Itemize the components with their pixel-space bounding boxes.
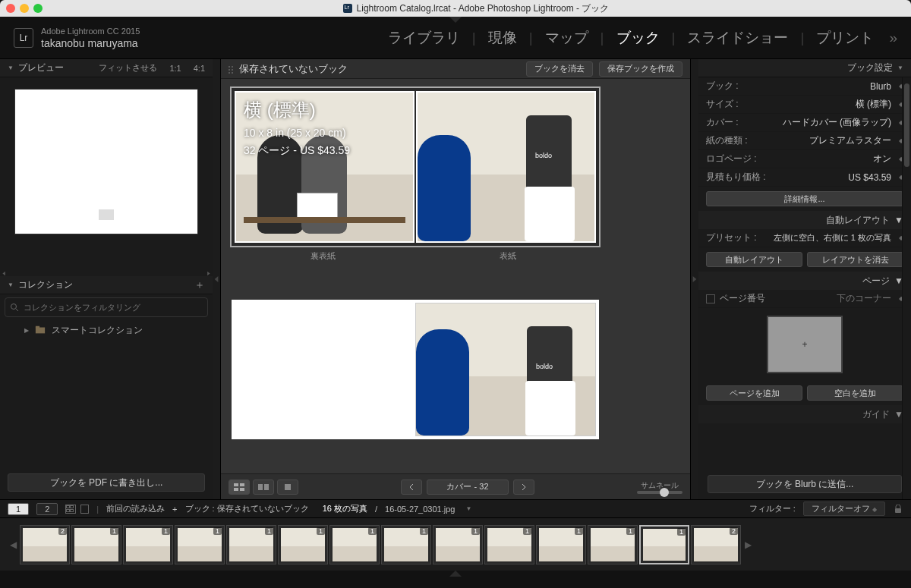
filmstrip-thumb[interactable]: 2 — [691, 525, 741, 564]
auto-layout-preset-dropdown[interactable]: プリセット :左側に空白、右側に 1 枚の写真◆ — [698, 229, 911, 247]
breadcrumb-book[interactable]: ブック : 保存されていないブック — [185, 503, 309, 514]
svg-rect-12 — [234, 488, 238, 491]
module-overflow-icon[interactable]: » — [889, 30, 897, 46]
module-library[interactable]: ライブラリ — [388, 28, 460, 48]
ratio-4-1[interactable]: 4:1 — [194, 64, 205, 73]
filmstrip-prev[interactable]: ◀ — [8, 526, 18, 564]
overlay-price: 32 ページ - US $43.59 — [244, 142, 350, 159]
triangle-down-icon[interactable]: ▼ — [8, 281, 14, 288]
clear-layout-button[interactable]: レイアウトを消去 — [807, 252, 903, 267]
book-service-dropdown[interactable]: ブック :Blurb◆ — [698, 77, 911, 96]
clear-book-button[interactable]: ブックを消去 — [526, 61, 593, 77]
module-slideshow[interactable]: スライドショー — [687, 28, 788, 48]
module-book[interactable]: ブック — [616, 28, 660, 48]
grip-icon — [229, 65, 233, 73]
svg-point-6 — [229, 69, 230, 71]
add-blank-button[interactable]: 空白を追加 — [807, 385, 903, 401]
grid-4-icon[interactable] — [65, 505, 76, 514]
filmstrip-thumb[interactable]: 1 — [484, 525, 534, 564]
filmstrip-thumb[interactable]: 1 — [329, 525, 380, 564]
close-window-button[interactable] — [6, 4, 15, 13]
preview-page-thumbnail — [15, 90, 197, 234]
overlay-title: 横 (標準) — [244, 96, 350, 124]
breadcrumb-previous-import[interactable]: 前回の読み込み — [106, 503, 165, 514]
module-develop[interactable]: 現像 — [488, 28, 517, 48]
pager-next-button[interactable] — [513, 480, 534, 495]
add-collection-button[interactable]: ＋ — [194, 278, 205, 292]
front-cover-card[interactable] — [416, 91, 596, 243]
left-panel-grip[interactable] — [213, 59, 220, 499]
minimize-window-button[interactable] — [20, 4, 29, 13]
pager-prev-button[interactable] — [401, 480, 422, 495]
fit-option[interactable]: フィットさせる — [99, 62, 157, 74]
grid-mode-icons[interactable] — [65, 505, 89, 514]
book-paper-dropdown[interactable]: 紙の種類 :プレミアムラスター◆ — [698, 132, 911, 150]
page-template-dropzone[interactable]: + — [767, 316, 843, 373]
collection-search-input[interactable] — [24, 303, 203, 312]
top-panel-grip-icon[interactable] — [449, 17, 462, 23]
page-number-row[interactable]: ページ番号 下のコーナー◆ — [698, 290, 911, 308]
svg-rect-16 — [285, 484, 291, 490]
send-to-blurb-button[interactable]: ブックを Blurb に送信... — [708, 475, 902, 493]
triangle-down-icon[interactable]: ▼ — [897, 64, 903, 71]
right-panel-grip[interactable] — [691, 59, 698, 499]
add-page-button[interactable]: ページを追加 — [706, 385, 802, 401]
preview-area[interactable] — [0, 77, 213, 270]
do-auto-layout-button[interactable]: 自動レイアウト — [706, 252, 802, 267]
page-blank[interactable] — [235, 303, 414, 436]
secondary-window-1[interactable]: 1 — [8, 503, 29, 515]
filmstrip-thumb[interactable]: 1 — [123, 525, 173, 564]
filmstrip[interactable]: ◀ 21111111111112 ▶ — [0, 517, 911, 571]
auto-layout-title: 自動レイアウト — [826, 214, 890, 227]
filmstrip-thumb[interactable]: 1 — [278, 525, 328, 564]
smart-collection-item[interactable]: ▶ スマートコレクション — [0, 320, 213, 340]
right-panel-scrollbar[interactable] — [902, 77, 911, 499]
book-logo-dropdown[interactable]: ロゴページ :オン◆ — [698, 150, 911, 168]
ratio-1-1[interactable]: 1:1 — [169, 64, 181, 73]
details-button[interactable]: 詳細情報... — [706, 191, 903, 206]
book-settings-title: ブック設定 — [847, 61, 893, 74]
filmstrip-thumb[interactable]: 1 — [175, 525, 225, 564]
collection-search[interactable] — [5, 297, 208, 317]
filmstrip-next[interactable]: ▶ — [742, 526, 753, 564]
page-photo[interactable] — [415, 303, 596, 436]
lock-icon[interactable] — [893, 505, 903, 514]
single-icon[interactable] — [80, 505, 89, 514]
page-section-title: ページ — [862, 275, 890, 288]
view-mode-spread[interactable] — [253, 480, 274, 495]
triangle-down-icon[interactable]: ▼ — [8, 64, 14, 71]
filmstrip-thumb[interactable]: 1 — [588, 525, 638, 564]
save-book-button[interactable]: 保存ブックを作成 — [599, 61, 682, 77]
export-pdf-button[interactable]: ブックを PDF に書き出し... — [8, 473, 205, 492]
bottom-panel-grip-icon[interactable] — [0, 571, 911, 578]
filmstrip-thumb[interactable]: 1 — [536, 525, 586, 564]
spread-1[interactable] — [232, 300, 599, 439]
window-title: Lightroom Catalog.lrcat - Adobe Photosho… — [47, 2, 905, 15]
chevron-down-icon[interactable]: ▼ — [465, 505, 471, 512]
left-panel-splitter[interactable] — [0, 270, 213, 276]
search-icon — [10, 303, 19, 312]
svg-rect-10 — [234, 483, 238, 486]
filmstrip-thumb[interactable]: 2 — [20, 525, 70, 564]
zoom-window-button[interactable] — [33, 4, 43, 13]
thumbnail-size-slider[interactable]: サムネール — [637, 480, 682, 494]
view-mode-grid[interactable] — [229, 480, 250, 495]
filmstrip-thumb[interactable]: 1 — [71, 525, 121, 564]
svg-rect-17 — [895, 508, 901, 513]
filmstrip-thumb[interactable]: 1 — [226, 525, 276, 564]
book-size-dropdown[interactable]: サイズ :横 (標準)◆ — [698, 96, 911, 114]
module-print[interactable]: プリント — [816, 28, 874, 48]
module-map[interactable]: マップ — [545, 28, 588, 48]
view-mode-single[interactable] — [277, 480, 298, 495]
cover-spread[interactable]: 横 (標準) 10 x 8 in (25 x 20 cm) 32 ページ - U… — [232, 88, 599, 246]
filmstrip-thumb[interactable]: 1 — [381, 525, 431, 564]
secondary-window-2[interactable]: 2 — [36, 503, 58, 515]
filter-label: フィルター : — [749, 503, 796, 514]
book-cover-dropdown[interactable]: カバー :ハードカバー (画像ラップ)◆ — [698, 114, 911, 132]
filmstrip-thumb[interactable]: 1 — [639, 525, 689, 564]
filmstrip-thumb[interactable]: 1 — [433, 525, 483, 564]
preview-panel-title: プレビュー — [18, 61, 64, 74]
overlay-size: 10 x 8 in (25 x 20 cm) — [244, 124, 350, 141]
filter-dropdown[interactable]: フィルターオフ ◆ — [803, 502, 885, 516]
page-number-checkbox[interactable] — [706, 294, 715, 303]
